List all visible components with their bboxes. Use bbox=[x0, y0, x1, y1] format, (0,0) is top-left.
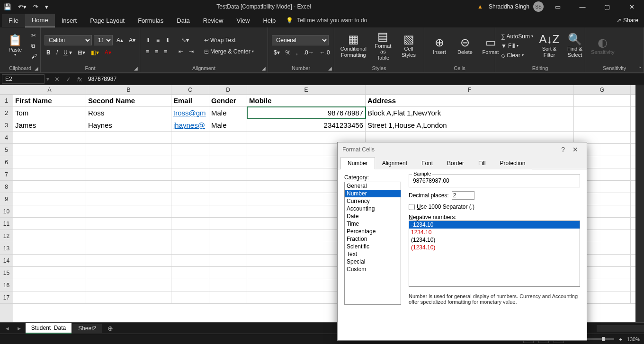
dialog-launcher-icon[interactable]: ◢ bbox=[328, 66, 332, 71]
row-header[interactable]: 8 bbox=[0, 181, 13, 193]
format-as-table-button[interactable]: ▤Format as Table bbox=[372, 30, 394, 61]
number-format-combo[interactable]: General bbox=[272, 35, 329, 45]
cell[interactable] bbox=[209, 132, 247, 143]
align-center-icon[interactable]: ≡ bbox=[153, 47, 160, 56]
dialog-tab-number[interactable]: Number bbox=[340, 157, 375, 169]
comma-format-icon[interactable]: , bbox=[294, 48, 299, 57]
column-header[interactable]: C bbox=[171, 85, 209, 94]
category-item[interactable]: Text bbox=[345, 250, 401, 258]
save-icon[interactable]: 💾 bbox=[2, 2, 13, 11]
tab-page-layout[interactable]: Page Layout bbox=[83, 14, 131, 27]
decimal-places-input[interactable] bbox=[452, 191, 474, 200]
row-header[interactable]: 9 bbox=[0, 193, 13, 205]
dialog-tab-font[interactable]: Font bbox=[414, 157, 440, 169]
cell[interactable] bbox=[86, 156, 171, 168]
row-header[interactable]: 16 bbox=[0, 279, 13, 291]
category-item[interactable]: Fraction bbox=[345, 235, 401, 243]
bold-button[interactable]: B bbox=[45, 48, 53, 57]
fill-color-button[interactable]: ◧▾ bbox=[89, 48, 101, 57]
dialog-help-icon[interactable]: ? bbox=[557, 146, 569, 153]
zoom-in-icon[interactable]: + bbox=[619, 336, 622, 342]
cell[interactable] bbox=[171, 267, 209, 279]
tab-home[interactable]: Home bbox=[25, 14, 55, 27]
orientation-icon[interactable]: ⤡▾ bbox=[179, 36, 191, 44]
cell[interactable] bbox=[86, 242, 171, 254]
row-header[interactable]: 2 bbox=[0, 107, 13, 119]
vertical-scrollbar[interactable] bbox=[635, 85, 644, 322]
user-name[interactable]: Shraddha Singh bbox=[489, 3, 529, 10]
cell[interactable] bbox=[209, 242, 247, 254]
cell[interactable] bbox=[86, 181, 171, 193]
cell[interactable] bbox=[171, 230, 209, 242]
wrap-text-button[interactable]: ↩Wrap Text bbox=[202, 36, 256, 44]
maximize-icon[interactable]: ▢ bbox=[597, 0, 617, 13]
increase-decimal-icon[interactable]: .0→ bbox=[302, 48, 316, 57]
cell[interactable] bbox=[209, 181, 247, 193]
avatar[interactable]: SS bbox=[533, 1, 544, 12]
cell[interactable]: Block A,Flat 1,NewYork bbox=[366, 107, 574, 119]
sheet-nav-next-icon[interactable]: ► bbox=[14, 326, 25, 331]
cut-icon[interactable]: ✂ bbox=[29, 31, 39, 40]
cell[interactable] bbox=[86, 193, 171, 205]
cell[interactable]: 2341233456 bbox=[247, 119, 366, 131]
accounting-format-icon[interactable]: $▾ bbox=[272, 48, 282, 57]
tab-help[interactable]: Help bbox=[256, 14, 282, 27]
cell[interactable] bbox=[86, 291, 171, 303]
negative-numbers-list[interactable]: -1234.101234.10(1234.10)(1234.10) bbox=[409, 221, 580, 287]
row-header[interactable]: 7 bbox=[0, 168, 13, 181]
increase-indent-icon[interactable]: ⇥ bbox=[187, 47, 196, 56]
cell[interactable] bbox=[13, 255, 86, 266]
sensitivity-button[interactable]: ◐Sensitivity bbox=[589, 36, 617, 56]
cell[interactable] bbox=[209, 156, 247, 168]
cell[interactable]: Gender bbox=[209, 95, 247, 106]
cancel-formula-icon[interactable]: ✕ bbox=[51, 76, 63, 83]
redo-icon[interactable]: ↷ bbox=[31, 2, 40, 11]
cell[interactable] bbox=[171, 168, 209, 180]
row-header[interactable]: 3 bbox=[0, 119, 13, 132]
sheet-nav-prev-icon[interactable]: ◄ bbox=[2, 326, 13, 331]
row-header[interactable]: 6 bbox=[0, 156, 13, 168]
cell[interactable]: tross@gm bbox=[171, 107, 209, 119]
cell[interactable]: Second Name bbox=[86, 95, 171, 106]
clear-button[interactable]: ◇Clear▾ bbox=[499, 51, 535, 60]
tab-view[interactable]: View bbox=[230, 14, 256, 27]
column-header[interactable]: F bbox=[366, 85, 574, 94]
cell[interactable] bbox=[209, 168, 247, 180]
dialog-close-icon[interactable]: ✕ bbox=[569, 146, 582, 153]
increase-font-icon[interactable]: A▴ bbox=[115, 36, 125, 44]
autosum-button[interactable]: ∑AutoSum▾ bbox=[499, 32, 535, 41]
cell[interactable] bbox=[209, 267, 247, 279]
row-header[interactable]: 11 bbox=[0, 218, 13, 230]
cell[interactable]: Email bbox=[171, 95, 209, 106]
negative-option[interactable]: 1234.10 bbox=[409, 229, 580, 236]
font-name-combo[interactable]: Calibri bbox=[45, 35, 92, 45]
column-header[interactable]: G bbox=[574, 85, 631, 94]
category-item[interactable]: Percentage bbox=[345, 228, 401, 235]
dialog-launcher-icon[interactable]: ◢ bbox=[134, 66, 138, 71]
cell[interactable] bbox=[209, 218, 247, 229]
cell[interactable] bbox=[209, 193, 247, 205]
delete-cells-button[interactable]: ⊖Delete bbox=[454, 36, 476, 56]
cell[interactable] bbox=[13, 218, 86, 229]
sort-filter-button[interactable]: A↓ZSort & Filter bbox=[538, 33, 561, 58]
tab-data[interactable]: Data bbox=[170, 14, 196, 27]
cell[interactable] bbox=[13, 156, 86, 168]
font-size-combo[interactable]: 11 bbox=[94, 35, 113, 45]
cell[interactable] bbox=[209, 144, 247, 156]
cell[interactable]: First Name bbox=[13, 95, 86, 106]
format-painter-icon[interactable]: 🖌 bbox=[29, 52, 39, 61]
cell[interactable] bbox=[86, 218, 171, 229]
sheet-tab-sheet2[interactable]: Sheet2 bbox=[72, 324, 102, 333]
column-header[interactable]: A bbox=[13, 85, 86, 94]
tab-review[interactable]: Review bbox=[197, 14, 230, 27]
cell[interactable] bbox=[13, 193, 86, 205]
cell[interactable]: Address bbox=[366, 95, 574, 106]
cell[interactable] bbox=[574, 95, 631, 106]
decrease-font-icon[interactable]: A▾ bbox=[127, 36, 137, 44]
dialog-launcher-icon[interactable]: ◢ bbox=[35, 66, 38, 71]
italic-button[interactable]: I bbox=[54, 48, 60, 57]
cell[interactable] bbox=[86, 168, 171, 180]
cell[interactable] bbox=[574, 119, 631, 131]
cell[interactable]: Male bbox=[209, 119, 247, 131]
cell[interactable] bbox=[13, 181, 86, 193]
